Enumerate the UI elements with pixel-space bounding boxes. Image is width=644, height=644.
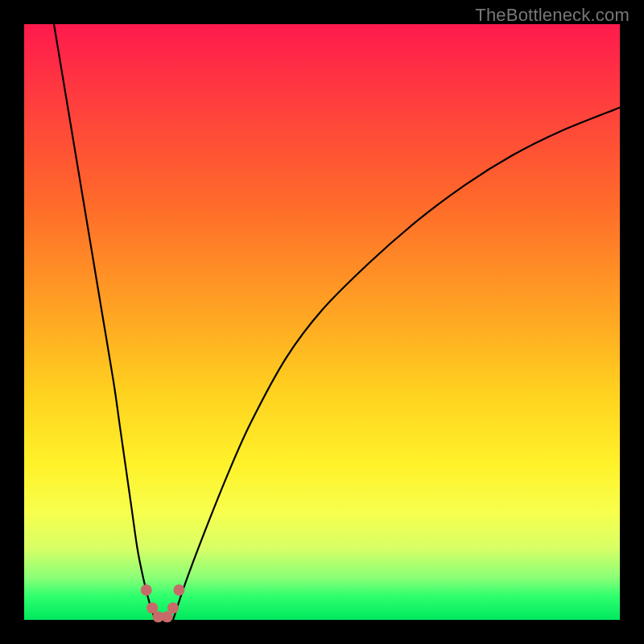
curve-right-branch: [173, 108, 620, 620]
marker-dot: [167, 602, 179, 613]
curve-left-branch: [54, 24, 155, 620]
chart-frame: TheBottleneck.com: [0, 0, 644, 644]
curve-svg: [24, 24, 620, 620]
marker-dot: [173, 584, 184, 596]
watermark-text: TheBottleneck.com: [475, 5, 630, 26]
plot-area: [24, 24, 620, 620]
marker-dot: [141, 584, 152, 596]
